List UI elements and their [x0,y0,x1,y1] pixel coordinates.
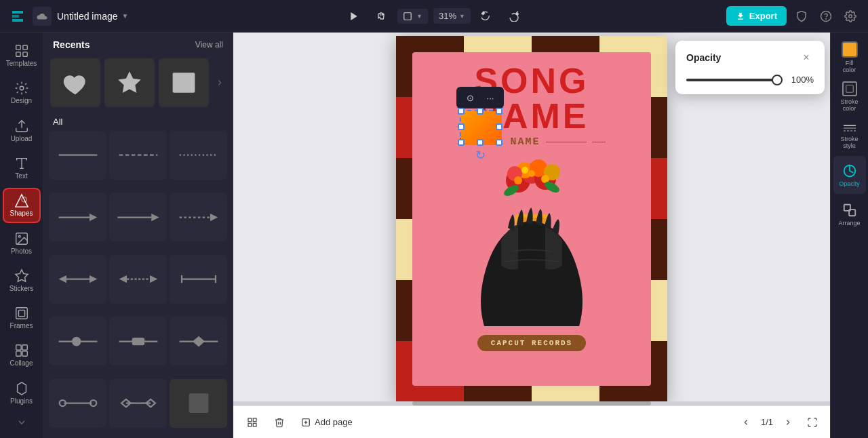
shape-dashed-line[interactable] [109,131,167,180]
sidebar-item-shapes[interactable]: Shapes [3,188,41,223]
resize-handle-br[interactable] [496,139,502,146]
opacity-close-button[interactable]: × [799,50,814,65]
redo-button[interactable] [503,5,525,27]
export-label: Export [749,11,777,21]
logo-icon[interactable] [8,7,27,26]
svg-marker-35 [210,214,218,221]
selection-more-button[interactable]: ··· [482,89,498,106]
recent-item-star[interactable] [104,58,155,107]
sidebar-item-collage[interactable]: Collage [3,338,41,372]
hand-tool-button[interactable] [370,5,392,27]
sidebar-collapse-button[interactable] [3,413,41,433]
resize-handle-mr[interactable] [496,123,502,130]
resize-handle-tr[interactable] [496,108,502,115]
sidebar-item-templates[interactable]: Templates [3,38,41,73]
shape-arrow-right-solid[interactable] [49,193,106,241]
resize-handle-bm[interactable] [477,139,484,146]
shield-icon[interactable] [792,7,811,26]
sidebar-item-stickers[interactable]: Stickers [3,263,41,298]
svg-marker-31 [90,214,97,221]
svg-rect-20 [16,345,20,350]
stroke-color-label: Strokecolor [840,98,858,112]
sidebar-item-photos[interactable]: Photos [3,226,41,260]
file-info[interactable]: Untitled image ▼ [57,11,128,22]
sidebar-item-plugins[interactable]: Plugins [3,375,41,410]
resize-handle-tm[interactable] [477,108,484,115]
right-panel-fill-color[interactable]: Fillcolor [833,38,866,76]
stroke-style-label: Strokestyle [840,136,858,149]
svg-marker-36 [58,275,66,283]
shape-arrow-double-dotted[interactable] [109,255,167,304]
selected-shape[interactable]: ⊙ ··· [460,110,500,144]
shape-bracket-diamonds[interactable] [109,379,167,428]
capcut-label: CAPCUT RECORDS [477,335,586,351]
play-preview-button[interactable] [343,5,365,27]
shape-dotted-line[interactable] [170,131,227,180]
sidebar-item-frames[interactable]: Frames [3,300,41,335]
delete-page-button[interactable] [269,412,290,433]
sidebar-item-upload[interactable]: Upload [3,113,41,147]
shape-slider-diamond[interactable] [170,317,227,365]
design-canvas[interactable]: SONG NAME ARTIST NAME [396,36,667,402]
sidebar-label-upload: Upload [11,136,33,142]
right-panel-stroke-style[interactable]: Strokestyle [833,117,866,155]
view-all-button[interactable]: View all [195,40,223,49]
cloud-save-icon[interactable] [33,7,52,26]
shape-line-endcaps[interactable] [170,255,227,304]
svg-marker-24 [17,382,26,394]
right-panel-arrange[interactable]: Arrange [833,195,866,233]
shape-solid-line[interactable] [49,131,106,180]
resize-layout-button[interactable]: ▼ [397,9,428,24]
shape-arrow-right-dotted[interactable] [170,193,227,241]
sidebar-label-design: Design [11,98,32,104]
svg-rect-26 [173,73,195,92]
shape-arrow-double[interactable] [49,255,106,304]
file-name: Untitled image [57,11,118,22]
undo-button[interactable] [476,5,498,27]
song-title: SONG NAME [412,63,651,134]
help-icon[interactable] [816,7,835,26]
opacity-slider[interactable] [686,79,783,81]
shape-slider-circle[interactable] [49,317,106,365]
recents-next-button[interactable] [213,76,226,89]
zoom-control[interactable]: 31% ▼ [433,8,471,24]
rotate-handle[interactable]: ↻ [475,148,486,163]
fill-color-swatch [842,41,858,58]
shape-arrow-right-long[interactable] [109,193,167,241]
selection-toolbar: ⊙ ··· [456,87,504,108]
canvas-bottom-toolbar: Add page 1/1 [233,405,830,438]
svg-rect-21 [22,345,26,350]
resize-handle-tl[interactable] [458,108,465,115]
shape-bracket-circles[interactable] [49,379,106,428]
shape-rect-placeholder[interactable] [170,379,227,428]
sidebar-item-design[interactable]: Design [3,75,41,110]
canvas-h-scrollbar[interactable] [233,401,830,405]
right-panel-opacity[interactable]: Opacity [833,156,866,194]
svg-point-16 [18,235,20,237]
file-dropdown-icon[interactable]: ▼ [122,12,129,20]
resize-handle-bl[interactable] [458,139,465,146]
shapes-panel: Recents View all [43,33,233,438]
grid-view-button[interactable] [241,412,263,433]
resize-handle-ml[interactable] [458,123,465,130]
add-page-button[interactable]: Add page [296,414,358,430]
right-panel-stroke-color[interactable]: Strokecolor [833,77,866,115]
recent-item-rect[interactable] [159,58,209,107]
next-page-button[interactable] [778,413,797,432]
svg-point-66 [528,170,535,177]
sidebar-label-stickers: Stickers [9,285,34,292]
zoom-chevron: ▼ [459,13,465,20]
svg-point-3 [826,18,827,19]
svg-marker-50 [192,336,204,346]
sidebar-item-text[interactable]: Text [3,151,41,185]
opacity-popup: Opacity × 100% [675,41,825,94]
selection-copy-button[interactable]: ⊙ [462,89,478,106]
svg-rect-57 [189,393,208,413]
prev-page-button[interactable] [736,413,755,432]
recent-item-heart[interactable] [50,58,100,107]
settings-icon[interactable] [841,7,860,26]
canvas-h-scrollbar-thumb[interactable] [412,401,651,405]
shape-slider-rect[interactable] [109,317,167,365]
export-button[interactable]: Export [726,6,787,26]
fullscreen-button[interactable] [803,413,822,432]
